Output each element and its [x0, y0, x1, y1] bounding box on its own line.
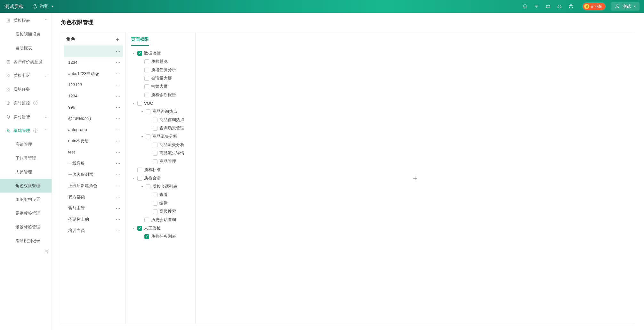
checkbox[interactable]	[146, 109, 150, 114]
sidebar-item[interactable]: 基础管理i⌃	[0, 124, 52, 137]
tree-node[interactable]: ▾人工质检	[128, 224, 193, 232]
tree-node[interactable]: ▾质检任务列表	[128, 232, 193, 241]
bell-icon[interactable]	[522, 4, 528, 9]
role-more-icon[interactable]: ⋮	[116, 94, 120, 98]
sidebar-subitem[interactable]: 子账号管理	[0, 151, 52, 165]
sidebar-collapse-button[interactable]	[0, 248, 52, 256]
tree-node[interactable]: ▾高级搜索	[128, 207, 193, 216]
sidebar-subitem[interactable]: 人员管理	[0, 165, 52, 179]
role-item[interactable]: 售前主管⋮	[64, 202, 123, 214]
tree-node[interactable]: ▾告警大屏	[128, 82, 193, 91]
role-more-icon[interactable]: ⋮	[116, 150, 120, 154]
role-item[interactable]: auto不要动⋮	[64, 135, 123, 146]
role-more-icon[interactable]: ⋮	[116, 105, 120, 109]
checkbox[interactable]	[144, 68, 149, 72]
checkbox[interactable]	[153, 126, 157, 131]
filter-icon[interactable]	[534, 4, 539, 9]
role-more-icon[interactable]: ⋮	[116, 117, 120, 120]
tree-node[interactable]: ▾商品管理	[128, 157, 193, 166]
add-role-button[interactable]: ＋	[115, 37, 120, 42]
role-item[interactable]: #abc1223自动@⋮	[64, 68, 123, 79]
sidebar-subitem[interactable]: 案例标签管理	[0, 206, 52, 220]
checkbox[interactable]	[153, 151, 157, 156]
checkbox[interactable]	[137, 101, 142, 106]
sidebar-item[interactable]: 实时告警⌄	[0, 110, 52, 124]
tree-node[interactable]: ▾查看	[128, 191, 193, 199]
roles-list[interactable]: ⋮1234⋮#abc1223自动@⋮123123⋮1234⋮996⋮@#$%!&…	[61, 45, 125, 324]
role-more-icon[interactable]: ⋮	[116, 161, 120, 165]
plan-badge[interactable]: ♛ 企业版	[583, 3, 605, 10]
role-more-icon[interactable]: ⋮	[116, 173, 120, 177]
tree-node[interactable]: ▾质培任务分析	[128, 66, 193, 74]
role-more-icon[interactable]: ⋮	[116, 139, 120, 143]
sidebar-item[interactable]: 质培任务	[0, 82, 52, 96]
tree-node[interactable]: ▾咨询场景管理	[128, 124, 193, 132]
role-more-icon[interactable]: ⋮	[116, 218, 120, 221]
checkbox[interactable]	[153, 201, 157, 206]
checkbox[interactable]	[137, 51, 142, 56]
checkbox[interactable]	[137, 226, 142, 231]
add-detail-button[interactable]: ＋	[412, 173, 419, 183]
sidebar-item[interactable]: 质检报表⌃	[0, 13, 52, 27]
tree-node[interactable]: ▾商品咨询热点	[128, 116, 193, 124]
checkbox[interactable]	[144, 84, 149, 89]
tree-node[interactable]: ▾历史会话查询	[128, 216, 193, 224]
role-more-icon[interactable]: ⋮	[116, 195, 120, 199]
role-item[interactable]: 1234⋮	[64, 57, 123, 68]
sidebar-item[interactable]: 质检申诉⌄	[0, 69, 52, 82]
sidebar-subitem[interactable]: 店铺管理	[0, 137, 52, 151]
sidebar-item[interactable]: 客户评价满意度	[0, 55, 52, 69]
role-item[interactable]: autogroup⋮	[64, 124, 123, 135]
role-item[interactable]: 1234⋮	[64, 90, 123, 102]
checkbox[interactable]	[137, 176, 142, 181]
role-more-icon[interactable]: ⋮	[116, 184, 120, 188]
sidebar-subitem[interactable]: 自助报表	[0, 41, 52, 55]
sidebar-item[interactable]: 实时监控i	[0, 96, 52, 110]
checkbox[interactable]	[146, 184, 150, 189]
checkbox[interactable]	[144, 234, 149, 239]
tree-node[interactable]: ▾质检会话	[128, 174, 193, 182]
role-item[interactable]: test⋮	[64, 146, 123, 158]
tree-node[interactable]: ▾编辑	[128, 199, 193, 207]
role-item[interactable]: 一线客服⋮	[64, 158, 123, 169]
tree-node[interactable]: ▾质检标准	[128, 166, 193, 174]
role-item[interactable]: 123123⋮	[64, 79, 123, 90]
tree-node[interactable]: ▾商品咨询热点	[128, 107, 193, 116]
tree-node[interactable]: ▾数据监控	[128, 49, 193, 57]
role-item[interactable]: 圣诞树上的⋮	[64, 214, 123, 225]
sidebar-subitem[interactable]: 消除识别记录	[0, 234, 52, 248]
checkbox[interactable]	[153, 209, 157, 214]
caret-icon[interactable]: ▾	[132, 177, 135, 180]
checkbox[interactable]	[146, 134, 150, 139]
role-item[interactable]: 一线客服测试⋮	[64, 169, 123, 180]
checkbox[interactable]	[153, 118, 157, 122]
header-shop-dropdown[interactable]: 淘宝 ▼	[32, 4, 54, 9]
checkbox[interactable]	[153, 193, 157, 197]
tree-node[interactable]: ▾商品流失分析	[128, 141, 193, 149]
caret-icon[interactable]: ▾	[141, 110, 144, 113]
sidebar-subitem[interactable]: 角色权限管理	[0, 179, 52, 193]
caret-icon[interactable]: ▾	[132, 52, 135, 55]
role-item[interactable]: 996⋮	[64, 102, 123, 113]
sidebar-subitem[interactable]: 组织架构设置	[0, 193, 52, 206]
caret-icon[interactable]: ▾	[141, 135, 144, 138]
tree-node[interactable]: ▾质检诊断报告	[128, 91, 193, 99]
checkbox[interactable]	[137, 168, 142, 172]
role-item[interactable]: @#$%!&^*()⋮	[64, 113, 123, 124]
checkbox[interactable]	[144, 218, 149, 222]
tree-node[interactable]: ▾质检总览	[128, 57, 193, 66]
role-more-icon[interactable]: ⋮	[116, 229, 120, 233]
checkbox[interactable]	[153, 159, 157, 164]
sidebar-subitem[interactable]: 场景标签管理	[0, 220, 52, 234]
role-item[interactable]: 上线后新建角色⋮	[64, 180, 123, 191]
checkbox[interactable]	[153, 143, 157, 147]
tree-node[interactable]: ▾商品流失详情	[128, 149, 193, 157]
role-item[interactable]: 双方都额⋮	[64, 191, 123, 202]
permission-tree[interactable]: ▾数据监控▾质检总览▾质培任务分析▾会话量大屏▾告警大屏▾质检诊断报告▾VOC▾…	[126, 46, 195, 324]
checkbox[interactable]	[144, 59, 149, 64]
tree-node[interactable]: ▾会话量大屏	[128, 74, 193, 82]
tree-node[interactable]: ▾质检会话列表	[128, 182, 193, 191]
headset-icon[interactable]	[557, 4, 562, 9]
role-more-icon[interactable]: ⋮	[116, 49, 120, 53]
caret-icon[interactable]: ▾	[132, 102, 135, 105]
